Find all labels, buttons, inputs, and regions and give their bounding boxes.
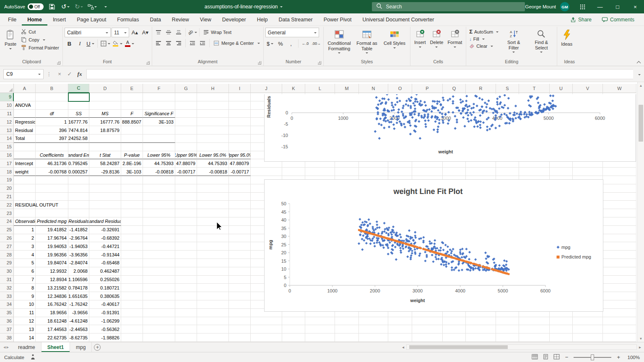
copy-caret[interactable] — [43, 39, 45, 42]
ribbon-display-options-icon[interactable] — [574, 0, 591, 13]
paste-button[interactable]: Paste — [3, 28, 18, 52]
column-header-K[interactable]: K — [282, 84, 305, 93]
tab-insert[interactable]: Insert — [47, 13, 71, 26]
font-dialog-launcher[interactable] — [146, 61, 150, 65]
cell-H21[interactable] — [197, 193, 229, 201]
cell-B28[interactable]: 19.96356 — [36, 251, 68, 259]
increase-indent-button[interactable] — [198, 39, 207, 48]
cell-F14[interactable] — [143, 134, 175, 143]
cell-D32[interactable]: 0.180721 — [89, 284, 121, 292]
cell-W33[interactable] — [603, 292, 636, 300]
row-header-25[interactable]: 25 — [0, 226, 14, 234]
column-header-S[interactable]: S — [496, 84, 519, 93]
cell-F16[interactable]: Lower 95% — [143, 151, 175, 160]
column-header-R[interactable]: R — [466, 84, 496, 93]
cell-F28[interactable] — [143, 251, 175, 259]
cell-D26[interactable]: -0.68392 — [89, 234, 121, 243]
avatar[interactable]: GM — [560, 2, 569, 11]
row-header-15[interactable]: 15 — [0, 143, 14, 151]
cell-B37[interactable]: 17.44563 — [36, 325, 68, 334]
cell-H35[interactable] — [197, 309, 229, 317]
cell-M37[interactable] — [335, 325, 359, 334]
scroll-down-arrow[interactable]: ▼ — [638, 335, 644, 342]
cell-H19[interactable] — [197, 176, 229, 184]
cell-I31[interactable] — [229, 276, 251, 284]
cell-T38[interactable] — [519, 334, 550, 342]
underline-caret[interactable] — [92, 43, 94, 46]
cell-Q38[interactable] — [443, 334, 466, 342]
quick-access-icon[interactable] — [87, 2, 97, 12]
cell-I11[interactable] — [229, 110, 251, 118]
column-header-D[interactable]: D — [89, 84, 121, 93]
cell-D11[interactable]: MS — [89, 110, 121, 118]
cell-H24[interactable] — [197, 217, 229, 226]
cell-H22[interactable] — [197, 201, 229, 209]
merge-center-button[interactable]: Merge & Center — [212, 39, 262, 47]
insert-cells-button[interactable]: Insert — [412, 28, 428, 50]
font-color-button[interactable]: A — [124, 39, 135, 48]
column-header-J[interactable]: J — [251, 84, 282, 93]
cell-V38[interactable] — [573, 334, 603, 342]
column-header-G[interactable]: G — [175, 84, 197, 93]
cell-D33[interactable]: 0.380635 — [89, 292, 121, 300]
cell-B16[interactable]: Coefficients — [36, 151, 68, 160]
cell-C19[interactable] — [68, 176, 89, 184]
cell-F30[interactable] — [143, 267, 175, 276]
cell-E19[interactable] — [121, 176, 143, 184]
decrease-decimal-button[interactable]: .00→ — [311, 39, 322, 48]
row-header-23[interactable]: 23 — [0, 209, 14, 217]
cell-D15[interactable] — [89, 143, 121, 151]
column-header-T[interactable]: T — [519, 84, 550, 93]
cell-K38[interactable] — [282, 334, 305, 342]
cell-G27[interactable] — [175, 242, 197, 251]
cell-B10[interactable] — [36, 101, 68, 110]
cell-F22[interactable] — [143, 201, 175, 209]
cell-A38[interactable]: 14 — [14, 334, 36, 342]
cell-B15[interactable] — [36, 143, 68, 151]
cell-M36[interactable] — [335, 317, 359, 326]
row-header-34[interactable]: 34 — [0, 300, 14, 309]
increase-decimal-button[interactable]: ←.0 — [301, 39, 310, 48]
column-header-Q[interactable]: Q — [443, 84, 466, 93]
cell-F21[interactable] — [143, 193, 175, 201]
name-box[interactable]: C9 — [3, 69, 44, 79]
cell-A13[interactable]: Residual — [14, 126, 36, 134]
enter-icon[interactable]: ✓ — [65, 71, 75, 77]
row-header-9[interactable]: 9 — [0, 93, 14, 101]
number-format-select[interactable]: General — [265, 28, 319, 37]
cell-F38[interactable] — [143, 334, 175, 342]
cell-A27[interactable]: 3 — [14, 242, 36, 251]
find-select-caret[interactable] — [540, 52, 543, 54]
cell-B9[interactable] — [36, 93, 68, 101]
cell-D34[interactable]: -0.40617 — [89, 300, 121, 309]
column-header-E[interactable]: E — [121, 84, 143, 93]
cell-A18[interactable]: weight — [14, 168, 36, 176]
cell-E28[interactable] — [121, 251, 143, 259]
clipboard-dialog-launcher[interactable] — [57, 61, 60, 65]
column-header-B[interactable]: B — [36, 84, 68, 93]
fill-color-caret[interactable] — [120, 43, 122, 46]
cell-G35[interactable] — [175, 309, 197, 317]
cell-A35[interactable]: 11 — [14, 309, 36, 317]
collapse-ribbon-button[interactable] — [637, 60, 641, 64]
cell-C21[interactable] — [68, 193, 89, 201]
cell-C36[interactable]: -4.61248 — [68, 317, 89, 326]
borders-caret[interactable] — [108, 43, 110, 46]
cell-G17[interactable]: 47.88079 — [175, 159, 197, 168]
row-header-31[interactable]: 31 — [0, 276, 14, 284]
cell-E22[interactable] — [121, 201, 143, 209]
cell-C13[interactable]: 7474.814 — [68, 126, 89, 134]
horizontal-scroll-thumb[interactable] — [409, 345, 508, 349]
cell-G38[interactable] — [175, 334, 197, 342]
cell-E37[interactable] — [121, 325, 143, 334]
column-header-A[interactable]: A — [14, 84, 36, 93]
cell-W37[interactable] — [603, 325, 636, 334]
hscroll-right-arrow[interactable]: ▸ — [638, 345, 642, 349]
find-select-button[interactable]: Find & Select — [527, 28, 555, 55]
orientation-caret[interactable] — [195, 32, 197, 34]
cell-H29[interactable] — [197, 259, 229, 267]
cell-C9[interactable] — [68, 93, 89, 101]
cell-Q37[interactable] — [443, 325, 466, 334]
cell-S36[interactable] — [496, 317, 519, 326]
cell-A14[interactable]: Total — [14, 134, 36, 143]
